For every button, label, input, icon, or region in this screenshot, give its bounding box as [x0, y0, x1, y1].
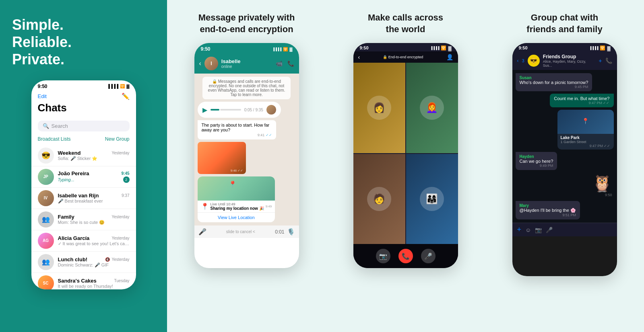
- chat-preview: ✓ It was great to see you! Let's catch u…: [58, 241, 130, 246]
- chat-item-content: Alicia García Yesterday ✓ It was great t…: [58, 235, 130, 246]
- chat-preview: Sofia: 🎤 Sticker ⭐: [58, 156, 130, 161]
- sticker-message: 🦉 9:50: [590, 172, 614, 199]
- attach-button[interactable]: +: [517, 225, 522, 234]
- call-button[interactable]: 📞: [605, 57, 612, 64]
- view-live-location-button[interactable]: View Live Location: [198, 212, 275, 222]
- message-time: 9:41 ✓✓: [202, 133, 272, 137]
- status-time: 9:50: [519, 45, 528, 51]
- message-text: Can we go here?: [520, 159, 553, 164]
- location-message-sent: 📍 Lake Park 1 Garden Street 9:47 PM ✓✓: [557, 110, 614, 150]
- chat-time: 9:45: [121, 171, 129, 176]
- status-icons: ▐▐▐▐ 🛜 ▓: [272, 47, 293, 51]
- mic-button[interactable]: 🎤: [546, 227, 553, 233]
- signal-icon: ▐▐▐▐: [430, 46, 440, 50]
- battery-icon: ▓: [448, 46, 451, 51]
- avatar-lunch: 👥: [38, 254, 54, 270]
- location-name: Lake Park: [561, 135, 611, 140]
- chat-item-sandra[interactable]: SC Sandra's Cakes Tuesday It will be rea…: [31, 273, 136, 289]
- message-text: Count me in. But what time?: [554, 96, 609, 101]
- chat-name: Lunch club!: [58, 256, 88, 262]
- received-message: The party is about to start. How far awa…: [198, 120, 276, 139]
- chat-preview: Mom: She is so cute 😊: [58, 220, 130, 225]
- avatar-family: 👥: [38, 211, 54, 227]
- party-image: 9:46 ✓✓: [198, 142, 246, 174]
- group-header: ‹ 3 😎 Friends Group Alice, Hayden, Mary,…: [512, 51, 617, 70]
- message-text: Who's down for a picnic tomorrow?: [520, 80, 588, 85]
- broadcast-row: Broadcast Lists New Group: [31, 135, 136, 143]
- image-message: 9:46 ✓✓: [198, 142, 246, 174]
- end-call-button[interactable]: 📞: [398, 249, 413, 263]
- avatar-alicia: AG: [38, 233, 54, 249]
- emoji-button[interactable]: ☺: [525, 227, 531, 233]
- search-bar[interactable]: 🔍 Search: [38, 121, 130, 131]
- chat-time: Yesterday: [111, 257, 129, 262]
- group-count: 3: [522, 58, 524, 63]
- participant-avatar: 👨‍👩‍👧: [420, 187, 444, 211]
- message-time: 9:51 PM: [520, 213, 576, 217]
- video-call-screen: 9:50 ▐▐▐▐ 🛜 ▓ ‹ 🔒 End-to-end encrypted 👤…: [353, 43, 458, 268]
- send-mic-icon[interactable]: 🎙️: [287, 228, 295, 236]
- chat-time: Yesterday: [111, 236, 129, 240]
- chats-title: Chats: [38, 102, 130, 114]
- mic-icon[interactable]: 🎤: [198, 228, 206, 236]
- panel-group-chat: Group chat withfriends and family 9:50 ▐…: [485, 0, 644, 332]
- back-button[interactable]: ‹: [358, 54, 360, 60]
- chat-name: Sandra's Cakes: [58, 278, 97, 284]
- chat-item-weekend[interactable]: 😎 Weekend Yesterday Sofia: 🎤 Sticker ⭐: [31, 145, 136, 166]
- chat-item-isabelle[interactable]: IV Isabelle van Rijn 9:37 🎤 Best breakfa…: [31, 188, 136, 209]
- search-icon: 🔍: [43, 123, 49, 129]
- audio-message[interactable]: ▶ 0:05 / 9:35: [198, 102, 281, 118]
- unread-badge: 2: [123, 176, 130, 183]
- video-cell-4: 👨‍👩‍👧: [406, 154, 458, 244]
- call-header: ‹ 🔒 End-to-end encrypted 👤: [353, 51, 458, 63]
- add-member-button[interactable]: +: [599, 57, 602, 64]
- person-icon[interactable]: 👤: [446, 54, 453, 60]
- chat-item-joao[interactable]: JP João Pereira 9:45 Typing... 2: [31, 166, 136, 188]
- status-bar: 9:50 ▐▐▐▐ 🛜 ▓: [353, 43, 458, 51]
- phone-chat-encryption: 9:50 ▐▐▐▐ 🛜 ▓ ‹ I Isabelle online 📹 📞: [194, 43, 299, 268]
- message-mary: Mary @Hayden I'll be bring the 🌸 9:51 PM: [516, 201, 580, 219]
- camera-button[interactable]: 📷: [535, 227, 542, 233]
- chats-header: Edit ✏️ Chats: [31, 91, 136, 117]
- system-message[interactable]: 🔒 Messages and calls are end-to-end encr…: [202, 77, 291, 99]
- back-button[interactable]: ‹: [517, 58, 519, 64]
- phone-video-call: 9:50 ▐▐▐▐ 🛜 ▓ ‹ 🔒 End-to-end encrypted 👤…: [353, 43, 458, 268]
- chat-item-lunch[interactable]: 👥 Lunch club! 🔇 Yesterday Dominic Schwar…: [31, 252, 136, 273]
- chat-item-alicia[interactable]: AG Alicia García Yesterday ✓ It was grea…: [31, 230, 136, 252]
- video-cell-1: 👩: [353, 63, 405, 153]
- broadcast-lists-link[interactable]: Broadcast Lists: [38, 136, 71, 142]
- status-icons: ▐▐▐▐ 🛜 ▓: [430, 45, 452, 51]
- status-bar: 9:50 ▐▐▐▐ 🛜 ▓: [512, 43, 617, 51]
- phone-icon[interactable]: 📞: [287, 60, 294, 67]
- new-group-link[interactable]: New Group: [105, 136, 130, 142]
- play-button[interactable]: ▶: [202, 106, 207, 114]
- conversation-header: ‹ I Isabelle online 📹 📞: [194, 53, 299, 74]
- chat-item-family[interactable]: 👥 Family Yesterday Mom: She is so cute 😊: [31, 209, 136, 230]
- video-call-icon[interactable]: 📹: [276, 60, 283, 67]
- chat-preview: 🎤 Best breakfast ever: [58, 199, 130, 204]
- battery-icon: ▓: [607, 46, 610, 51]
- status-time: 9:50: [201, 46, 211, 52]
- panel4-title: Group chat withfriends and family: [526, 12, 602, 35]
- panel-calls: Make calls acrossthe world 9:50 ▐▐▐▐ 🛜 ▓…: [326, 0, 485, 332]
- edit-button[interactable]: Edit: [38, 93, 47, 99]
- call-controls: 📷 📞 🎤: [353, 244, 458, 268]
- camera-button[interactable]: 📷: [376, 249, 390, 263]
- chat-name: Family: [58, 214, 74, 220]
- chat-item-content: Sandra's Cakes Tuesday It will be ready …: [58, 278, 130, 289]
- video-cell-3: 🧑: [353, 154, 405, 244]
- panel-simple-reliable-private: Simple.Reliable.Private. 9:50 ▐▐▐▐ 🛜 ▓ E…: [0, 0, 167, 332]
- chat-name: Weekend: [58, 150, 81, 156]
- mute-button[interactable]: 🎤: [421, 249, 436, 263]
- slide-to-cancel: slide to cancel <: [209, 230, 273, 234]
- panel3-title: Make calls acrossthe world: [368, 12, 443, 35]
- panel1-headline: Simple.Reliable.Private.: [12, 16, 72, 68]
- avatar-joao: JP: [38, 169, 54, 185]
- back-button[interactable]: ‹: [199, 60, 201, 67]
- compose-icon[interactable]: ✏️: [122, 92, 130, 100]
- recording-time: 0:01: [275, 229, 284, 235]
- phone-chats-list: 9:50 ▐▐▐▐ 🛜 ▓ Edit ✏️ Chats 🔍 Search Bro…: [31, 80, 136, 289]
- chat-time: Tuesday: [114, 279, 130, 283]
- group-info: Friends Group Alice, Hayden, Mary, Ozzy,…: [543, 54, 596, 68]
- status-time: 9:50: [38, 84, 47, 89]
